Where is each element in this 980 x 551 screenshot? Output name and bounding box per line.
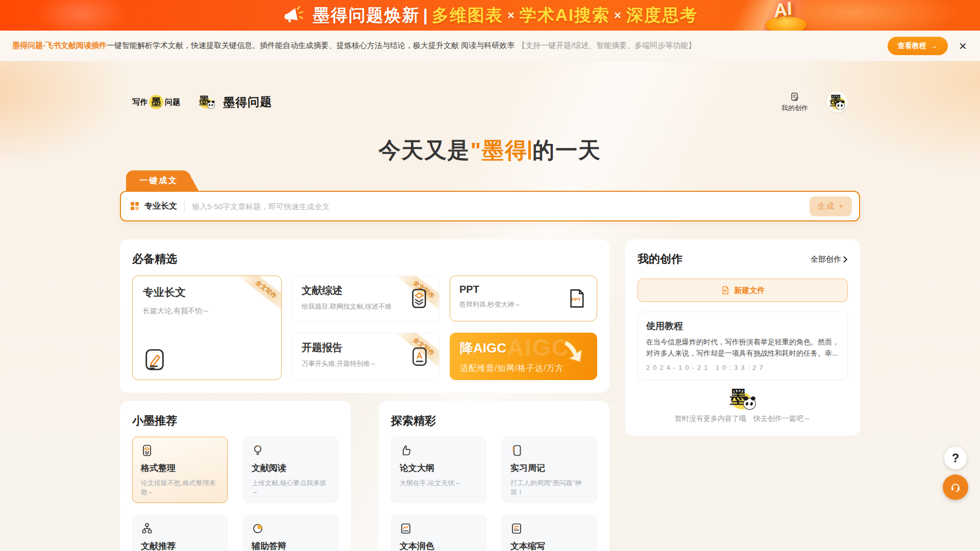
layers-document-icon xyxy=(408,288,430,309)
thumbs-up-icon xyxy=(400,444,412,457)
empty-state: 墨 暂时没有更多内容了哦 快去创作一篇吧～ xyxy=(638,388,848,423)
essentials-panel: 必备精选 全文写作 专业长文 长篇大论,有我不怕～ xyxy=(120,239,609,393)
tutorial-timestamp: 2024-10-21 10:33:27 xyxy=(646,364,839,371)
tab-one-click-writing[interactable]: 一键成文 xyxy=(126,170,191,191)
hero-pre: 今天又是 xyxy=(379,138,471,162)
divider xyxy=(184,201,185,211)
org-chart-icon xyxy=(141,522,153,535)
card-text-condense[interactable]: 文本缩写 浓缩才是精华,点我试试看～ xyxy=(502,515,597,551)
card-subtitle: 大纲在手,论文无忧～ xyxy=(400,479,478,488)
my-creations-panel: 我的创作 全部创作 新建文件 xyxy=(625,239,860,436)
sparkle-icon: ✦ xyxy=(838,203,844,210)
banner-brand: 墨得问题焕新 xyxy=(313,6,420,24)
new-file-label: 新建文件 xyxy=(734,286,765,295)
recommend-title: 小墨推荐 xyxy=(132,413,338,429)
tutorial-body: 在当今信息爆炸的时代，写作扮演着举足轻重的角色。然而，对许多人来说，写作却是一项… xyxy=(646,336,839,359)
customer-service-button[interactable] xyxy=(943,474,968,500)
ai-badge-text: AI xyxy=(774,0,793,22)
card-ppt[interactable]: PPT 答辩利器,秒变大神～ PPT xyxy=(450,276,597,321)
banner-times-2: × xyxy=(614,8,622,22)
card-internship-journal[interactable]: 实习周记 打工人的周周"墨问题"神器！ xyxy=(502,437,597,503)
chart-document-icon xyxy=(400,522,412,535)
card-reduce-aigc[interactable]: AIGC 降AIGC 适配维普/知网/格子达/万方 xyxy=(450,333,597,380)
title-input[interactable] xyxy=(192,202,810,211)
banner-times-1: × xyxy=(507,8,516,22)
banner-decor-left xyxy=(36,0,128,31)
card-subtitle: 上传文献,核心要点我来抓～ xyxy=(252,479,330,497)
creations-title: 我的创作 xyxy=(638,252,682,267)
hero-title: 今天又是"墨得的一天 xyxy=(120,136,860,165)
view-tutorial-label: 查看教程 xyxy=(898,41,926,51)
card-paper-outline[interactable]: 论文大纲 大纲在手,论文无忧～ xyxy=(391,437,486,503)
notice-body: 一键智能解析学术文献，快速提取关键信息。插件能自动生成摘要、提炼核心方法与结论，… xyxy=(107,41,514,49)
card-title: 论文大纲 xyxy=(400,462,478,474)
ppt-file-icon: PPT xyxy=(566,288,587,309)
generate-button[interactable]: 生成✦ xyxy=(810,196,852,216)
empty-state-text: 暂时没有更多内容了哦 快去创作一篇吧～ xyxy=(638,414,848,423)
panda-logo-icon: 墨 xyxy=(199,95,215,109)
my-creations-label: 我的创作 xyxy=(781,104,808,113)
file-plus-icon xyxy=(721,286,730,295)
banner-feature-search: 学术AI搜索 xyxy=(520,6,610,24)
help-button[interactable]: ? xyxy=(944,447,967,469)
my-creations-nav[interactable]: 我的创作 xyxy=(781,92,808,113)
megaphone-icon xyxy=(282,4,305,27)
card-title: 格式整理 xyxy=(141,462,219,474)
logo1-ink-blob: 墨 xyxy=(149,95,163,109)
composer: 一键成文 专业长文 生成✦ xyxy=(120,170,860,221)
card-long-article[interactable]: 全文写作 专业长文 长篇大论,有我不怕～ xyxy=(132,276,282,380)
grid-icon xyxy=(130,202,139,211)
view-all-label: 全部创作 xyxy=(811,255,841,264)
card-literature-reading[interactable]: 文献阅读 上传文献,核心要点我来抓～ xyxy=(243,437,338,503)
card-subtitle: 适配维普/知网/格子达/万方 xyxy=(460,363,564,374)
logo1-prefix: 写作 xyxy=(132,97,148,107)
panda-empty-icon: 墨 xyxy=(729,388,756,410)
card-subtitle: 打工人的周周"墨问题"神器！ xyxy=(510,479,589,497)
view-all-link[interactable]: 全部创作 xyxy=(811,255,848,264)
tutorial-item[interactable]: 使用教程 在当今信息爆炸的时代，写作扮演着举足轻重的角色。然而，对许多人来说，写… xyxy=(638,312,848,380)
avatar-panda-icon: 墨 xyxy=(829,94,845,110)
pie-chart-icon xyxy=(252,522,264,535)
card-literature-recommend[interactable]: 文献推荐 给我内容,帮你找最适合的文献～ xyxy=(132,515,228,551)
generate-label: 生成 xyxy=(818,202,835,211)
card-title: 实习周记 xyxy=(510,462,589,474)
card-text-polish[interactable]: 文本润色 文采飞扬,从润色开始～ xyxy=(391,515,486,551)
pencil-document-icon xyxy=(143,348,166,371)
card-subtitle: 论文排版不愁,格式整理来救～ xyxy=(141,479,219,497)
title-input-bar: 专业长文 生成✦ xyxy=(120,191,860,221)
hero-highlight: 墨得 xyxy=(482,138,528,162)
recommend-panel: 小墨推荐 格式整理 论文排版不愁,格式整理来救～ xyxy=(120,401,351,551)
layers-document-icon xyxy=(141,444,153,457)
page-header: 写作 墨 问题 墨 墨得问题 xyxy=(132,91,848,113)
card-format-cleanup[interactable]: 格式整理 论文排版不愁,格式整理来救～ xyxy=(132,437,228,503)
svg-text:PPT: PPT xyxy=(572,296,581,302)
card-literature-review[interactable]: 全文写作 文献综述 给我题目,联网找文献,综述不难 xyxy=(292,276,439,321)
card-title: 文本润色 xyxy=(400,540,478,551)
card-defense-assist[interactable]: 辅助答辩 答辩利器,舌战群导～ xyxy=(243,515,338,551)
view-tutorial-button[interactable]: 查看教程→ xyxy=(888,37,948,55)
close-icon[interactable]: × xyxy=(959,39,967,53)
lightbulb-icon xyxy=(252,444,264,457)
logo1-suffix: 问题 xyxy=(165,97,180,107)
ai-3d-badge: AI xyxy=(764,1,810,31)
logo2-text: 墨得问题 xyxy=(223,94,273,111)
svg-text:A: A xyxy=(416,352,423,360)
mode-selector[interactable]: 专业长文 xyxy=(130,201,177,212)
avatar[interactable]: 墨 xyxy=(826,91,848,113)
card-proposal-report[interactable]: 全文写作 开题报告 万事开头难,开题特别难～ A xyxy=(292,333,439,380)
new-file-button[interactable]: 新建文件 xyxy=(638,279,848,302)
banner-headline: 墨得问题焕新|多维图表×学术AI搜索×深度思考 xyxy=(313,4,698,27)
banner-feature-charts: 多维图表 xyxy=(432,6,503,24)
card-title: 辅助答辩 xyxy=(252,540,330,551)
document-edit-icon xyxy=(790,92,800,102)
banner-separator: | xyxy=(423,6,429,24)
logo-small[interactable]: 写作 墨 问题 xyxy=(132,95,180,109)
card-title: 文本缩写 xyxy=(510,540,589,551)
notebook-icon xyxy=(510,444,523,457)
down-arrow-3d-icon xyxy=(560,337,590,366)
notice-bracket: 【支持一键开题/综述、智能摘要、多端同步等功能】 xyxy=(518,41,696,49)
tutorial-title: 使用教程 xyxy=(646,320,839,332)
mode-label: 专业长文 xyxy=(144,201,177,212)
hero-quote: " xyxy=(471,138,482,162)
logo-main[interactable]: 墨 墨得问题 xyxy=(193,91,272,113)
